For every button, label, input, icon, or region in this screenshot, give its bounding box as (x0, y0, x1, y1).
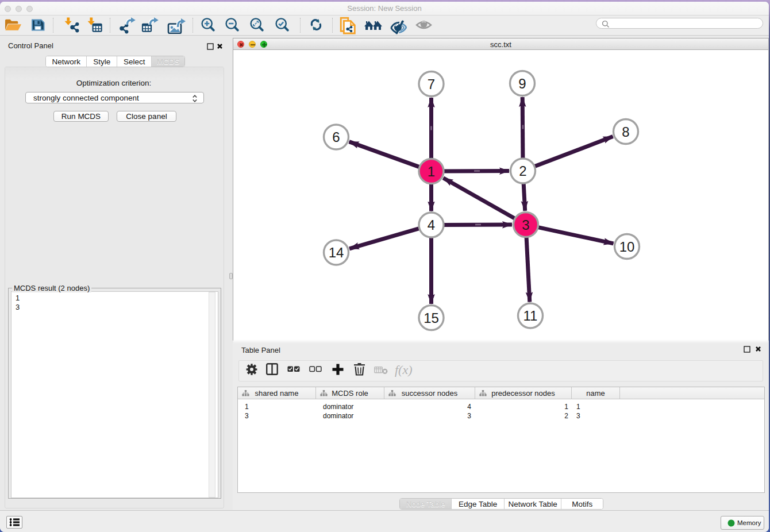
svg-text:1: 1 (428, 164, 435, 179)
svg-text:2: 2 (519, 163, 526, 179)
svg-text:3: 3 (522, 217, 529, 233)
svg-text:14: 14 (329, 245, 344, 260)
svg-text:11: 11 (523, 308, 538, 323)
svg-text:15: 15 (424, 310, 439, 326)
svg-text:4: 4 (428, 217, 435, 233)
svg-text:7: 7 (428, 76, 435, 92)
svg-text:10: 10 (619, 239, 635, 255)
svg-text:8: 8 (622, 124, 629, 140)
svg-text:9: 9 (518, 76, 526, 91)
svg-text:6: 6 (332, 129, 340, 145)
